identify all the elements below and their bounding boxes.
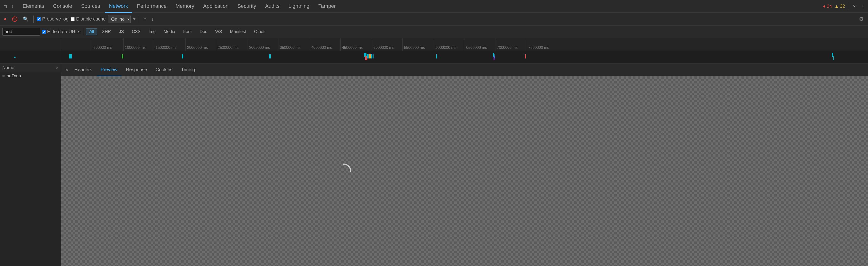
record-icon: ● <box>4 16 7 22</box>
search-input[interactable] <box>2 28 40 35</box>
waterfall-bar <box>182 54 183 58</box>
waterfall-bar <box>495 54 495 58</box>
tick-line <box>154 38 154 51</box>
waterfall-bar <box>525 54 526 58</box>
error-count: 24 <box>827 3 832 9</box>
tab-headers[interactable]: Headers <box>71 64 96 76</box>
tab-sources[interactable]: Sources <box>77 0 104 13</box>
list-item[interactable]: noData <box>0 72 61 80</box>
tab-lightning[interactable]: Lightning <box>284 0 314 13</box>
filter-type-other[interactable]: Other <box>251 28 268 35</box>
tick-label: 5000000 ms <box>373 46 394 50</box>
tick-label: 4500000 ms <box>342 46 363 50</box>
throttle-select[interactable]: Online <box>108 15 131 23</box>
tab-preview[interactable]: Preview <box>97 64 121 76</box>
filter-type-manifest[interactable]: Manifest <box>227 28 249 35</box>
tick-label: 3000000 ms <box>249 46 270 50</box>
waterfall-bar <box>269 54 271 58</box>
export-icon: ↓ <box>151 16 154 22</box>
preserve-log-label[interactable]: Preserve log <box>37 16 68 22</box>
tab-response[interactable]: Response <box>122 64 151 76</box>
filter-type-doc[interactable]: Doc <box>196 28 210 35</box>
disable-cache-checkbox[interactable] <box>71 17 74 21</box>
tick-label: 500000 ms <box>93 46 112 50</box>
filter-button[interactable]: 🔍 <box>22 15 30 23</box>
tick-line <box>248 38 248 51</box>
hide-data-urls-label[interactable]: Hide data URLs <box>42 29 80 34</box>
toolbar-divider-2 <box>139 16 139 23</box>
detail-panel: ✕ Headers Preview Response Cookies Timin… <box>61 64 868 266</box>
more-options-icon[interactable]: ⋮ <box>860 3 866 10</box>
record-button[interactable]: ● <box>2 15 8 23</box>
tab-console[interactable]: Console <box>49 0 76 13</box>
tick-line <box>340 38 341 51</box>
error-icon: ● <box>823 3 826 9</box>
close-name-icon: ✕ <box>56 65 59 70</box>
tab-elements[interactable]: Elements <box>18 0 49 13</box>
timeline-header: 500000 ms1000000 ms1500000 ms2000000 ms2… <box>0 38 868 51</box>
tab-audits[interactable]: Audits <box>261 0 284 13</box>
waterfall-left <box>0 51 61 63</box>
name-panel-header: Name ✕ <box>0 64 61 72</box>
waterfall-bar <box>69 54 71 58</box>
waterfall-area <box>0 51 868 64</box>
tab-memory[interactable]: Memory <box>171 0 198 13</box>
filter-type-ws[interactable]: WS <box>212 28 225 35</box>
tick-line <box>434 38 434 51</box>
warning-icon: ▲ <box>834 3 839 9</box>
waterfall-bar <box>833 56 834 60</box>
filter-type-xhr[interactable]: XHR <box>99 28 114 35</box>
tab-timing[interactable]: Timing <box>177 64 199 76</box>
detail-tabs-bar: ✕ Headers Preview Response Cookies Timin… <box>61 64 868 76</box>
dock-icon[interactable]: ◫ <box>2 3 8 10</box>
tab-security[interactable]: Security <box>233 0 260 13</box>
tab-tamper[interactable]: Tamper <box>314 0 340 13</box>
filter-type-media[interactable]: Media <box>160 28 178 35</box>
preserve-log-checkbox[interactable] <box>37 17 41 21</box>
close-devtools-icon[interactable]: ✕ <box>851 3 858 10</box>
toolbar-right: ⚙ <box>857 15 866 23</box>
tick-line <box>216 38 216 51</box>
devtools-right-controls: ● 24 ▲ 32 ✕ ⋮ <box>823 3 866 10</box>
import-button[interactable]: ↑ <box>143 15 148 23</box>
tick-label: 2500000 ms <box>218 46 239 50</box>
tab-application[interactable]: Application <box>199 0 233 13</box>
devtools-tab-bar: ◫ ⋮ Elements Console Sources Network Per… <box>0 0 868 13</box>
tick-label: 6000000 ms <box>436 46 456 50</box>
tick-line <box>123 38 124 51</box>
hide-data-urls-checkbox[interactable] <box>42 30 46 34</box>
export-button[interactable]: ↓ <box>150 15 155 23</box>
tick-line <box>465 38 465 51</box>
tick-label: 1000000 ms <box>125 46 146 50</box>
filter-type-js[interactable]: JS <box>116 28 127 35</box>
name-panel: Name ✕ noData <box>0 64 61 266</box>
tick-line <box>527 38 527 51</box>
waterfall-bar <box>369 54 370 58</box>
more-icon[interactable]: ⋮ <box>9 3 16 10</box>
devtools-controls: ◫ ⋮ <box>2 3 16 10</box>
clear-button[interactable]: 🚫 <box>10 15 19 23</box>
filter-type-font[interactable]: Font <box>180 28 195 35</box>
close-detail-button[interactable]: ✕ <box>64 67 70 73</box>
disable-cache-label[interactable]: Disable cache <box>71 16 106 22</box>
toolbar-divider-1 <box>33 16 34 23</box>
tick-label: 2000000 ms <box>187 46 208 50</box>
tab-cookies[interactable]: Cookies <box>152 64 176 76</box>
waterfall-bar <box>371 54 372 58</box>
tick-label: 6500000 ms <box>466 46 487 50</box>
import-icon: ↑ <box>144 16 146 22</box>
tick-label: 7000000 ms <box>497 46 518 50</box>
filter-type-all[interactable]: All <box>86 28 97 35</box>
tick-line <box>185 38 186 51</box>
tab-network[interactable]: Network <box>105 0 132 13</box>
warning-count: 32 <box>840 3 845 9</box>
waterfall-bar <box>436 54 437 58</box>
filter-type-css[interactable]: CSS <box>129 28 144 35</box>
tab-performance[interactable]: Performance <box>133 0 171 13</box>
filter-type-img[interactable]: Img <box>146 28 159 35</box>
settings-icon[interactable]: ⚙ <box>857 15 866 23</box>
clear-icon: 🚫 <box>12 16 18 22</box>
tick-line <box>402 38 403 51</box>
filter-magnify-icon: 🔍 <box>23 16 29 22</box>
tick-label: 7500000 ms <box>528 46 549 50</box>
